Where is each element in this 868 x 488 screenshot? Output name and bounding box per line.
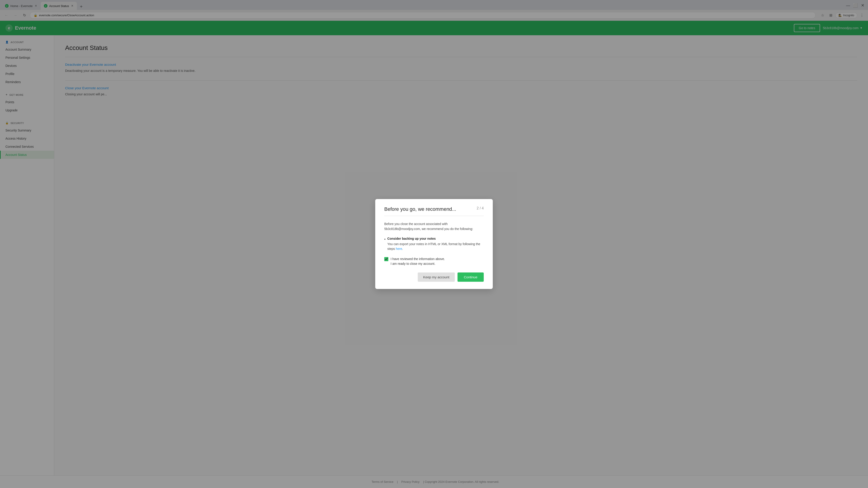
modal-title: Before you go, we recommend... — [384, 206, 456, 212]
checkbox-line2: I am ready to close my account. — [391, 262, 435, 265]
modal-overlay: Before you go, we recommend... 2 / 4 Bef… — [0, 0, 868, 488]
modal-body: Before you close the account associated … — [384, 221, 484, 266]
keep-account-button[interactable]: Keep my account — [418, 272, 455, 282]
continue-button[interactable]: Continue — [458, 272, 484, 282]
modal-header: Before you go, we recommend... 2 / 4 — [384, 206, 484, 212]
modal-footer: Keep my account Continue — [384, 272, 484, 282]
modal-recommendation-list: • Consider backing up your notes You can… — [384, 237, 484, 251]
modal-dialog: Before you go, we recommend... 2 / 4 Bef… — [375, 199, 493, 289]
modal-item-content: Consider backing up your notes You can e… — [388, 237, 484, 251]
modal-step-indicator: 2 / 4 — [477, 206, 484, 210]
modal-checkbox-row: I have reviewed the information above. I… — [384, 257, 484, 266]
modal-item-link[interactable]: here — [396, 247, 402, 251]
modal-checkbox-label: I have reviewed the information above. I… — [391, 257, 445, 266]
list-bullet-icon: • — [384, 237, 385, 241]
modal-intro-text: Before you close the account associated … — [384, 221, 484, 232]
modal-item-title: Consider backing up your notes — [388, 237, 484, 240]
modal-item-text: You can export your notes in HTML or XML… — [388, 242, 484, 251]
checkbox-line1: I have reviewed the information above. — [391, 257, 445, 261]
modal-reviewed-checkbox[interactable] — [384, 257, 388, 261]
modal-item-text-after: . — [402, 247, 403, 251]
modal-list-item-backup: • Consider backing up your notes You can… — [384, 237, 484, 251]
